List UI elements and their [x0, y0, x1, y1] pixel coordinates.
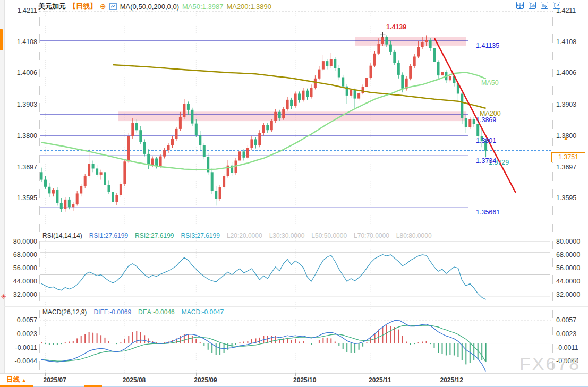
- indicator-settings-icon[interactable]: ☀: [1, 293, 7, 300]
- candle-body: [72, 204, 74, 208]
- candle-body: [167, 145, 170, 150]
- pop-out-icon[interactable]: [553, 2, 560, 9]
- candle-body: [326, 61, 328, 66]
- candle-body: [108, 185, 110, 192]
- supply-zone: [355, 37, 466, 46]
- candle-body: [68, 200, 71, 207]
- candle-body: [250, 139, 253, 148]
- candle-body: [60, 203, 63, 209]
- price-axis-scale-icon[interactable]: [529, 2, 536, 9]
- candle-body: [370, 66, 372, 78]
- rsi-l30-label: L30:30.0000: [269, 232, 305, 239]
- rsi1-value-label: RSI1:27.6199: [89, 232, 128, 239]
- rsi-line: [41, 255, 486, 299]
- chart-header: 美元加元 【日线】 ⊕ MA(0,50,0,200,0,0) MA50:1.39…: [38, 2, 271, 11]
- candle-body: [377, 44, 380, 54]
- candle-body: [425, 40, 428, 42]
- macd-dea-line: [41, 325, 486, 362]
- time-axis-scale-icon[interactable]: [541, 2, 548, 9]
- candle-body: [429, 40, 432, 48]
- ma-settings-label: MA(0,50,0,200,0,0): [120, 3, 179, 11]
- candle-body: [302, 91, 305, 100]
- candle-body: [254, 139, 257, 145]
- candle-body: [92, 164, 95, 168]
- macd-value-label: MACD:-0.0047: [182, 308, 224, 316]
- candle-body: [330, 59, 333, 66]
- candle-body: [112, 192, 114, 202]
- candle-body: [473, 119, 475, 124]
- rsi-l50-label: L50:50.0000: [311, 232, 347, 239]
- candle-body: [437, 62, 440, 75]
- candle-body: [465, 118, 467, 127]
- chart-canvas[interactable]: [0, 0, 588, 387]
- rsi-params-label: RSI(14,14,14): [42, 232, 82, 239]
- candle-body: [203, 145, 206, 157]
- candle-body: [449, 76, 451, 81]
- timeframe-selector[interactable]: 日线 ▲: [0, 374, 33, 386]
- candle-body: [175, 129, 178, 139]
- ma200-line-tag: MA200: [480, 110, 501, 117]
- candle-body: [262, 125, 265, 134]
- candle-body: [219, 187, 221, 199]
- candle-body: [76, 193, 79, 204]
- candle-body: [290, 100, 293, 106]
- chevron-up-icon: ▲: [22, 377, 27, 383]
- candle-body: [56, 190, 58, 203]
- add-indicator-icon[interactable]: ⊕: [100, 3, 106, 10]
- rsi3-value-label: RSI3:27.6199: [181, 232, 220, 239]
- line-price-label: 1.3734: [476, 158, 496, 165]
- candle-body: [143, 142, 146, 154]
- candle-body: [179, 117, 182, 129]
- candle-body: [88, 164, 90, 176]
- candle-body: [413, 57, 416, 66]
- candle-body: [40, 172, 43, 179]
- candle-body: [314, 79, 317, 88]
- candle-body: [294, 94, 297, 106]
- line-price-label: 1.35661: [476, 209, 500, 216]
- period-tag[interactable]: 【日线】: [69, 2, 97, 11]
- candle-body: [342, 78, 344, 87]
- line-price-label: 1.3801: [476, 137, 496, 144]
- scroll-to-latest-arrow[interactable]: ▲: [563, 135, 569, 141]
- macd-params-label: MACD(26,12,9): [42, 308, 87, 316]
- candle-body: [139, 130, 142, 142]
- candle-body: [131, 123, 134, 136]
- candle-body: [195, 124, 198, 135]
- candle-body: [373, 54, 376, 66]
- candle-body: [322, 61, 325, 70]
- ma50-value-label: MA50:1.3987: [182, 3, 223, 11]
- rsi2-value-label: RSI2:27.6199: [135, 232, 174, 239]
- symbol-title: 美元加元: [38, 2, 66, 11]
- chart-window: ☀ 美元加元 【日线】 ⊕ MA(0,50,0,200,0,0) MA50:1.…: [0, 0, 588, 387]
- candle-body: [278, 112, 281, 118]
- ma200-value-label: MA200:1.3890: [226, 3, 271, 11]
- candle-body: [274, 112, 277, 121]
- swing-high-cross-marker: [380, 32, 385, 37]
- candle-body: [393, 52, 396, 63]
- candle-body: [298, 94, 301, 100]
- rsi-l70-label: L70:70.0000: [354, 232, 389, 239]
- current-price-label: 1.3751: [551, 152, 585, 162]
- candle-body: [211, 172, 214, 191]
- swing-high-label: 1.4139: [386, 23, 406, 31]
- candle-body: [238, 151, 241, 160]
- candle-body: [100, 172, 103, 175]
- candle-body: [409, 66, 412, 79]
- candle-body: [365, 78, 368, 87]
- pan-crosshair-icon[interactable]: [516, 2, 524, 9]
- candle-body: [159, 157, 162, 166]
- chart-type-icon[interactable]: [109, 3, 117, 10]
- candle-body: [282, 109, 285, 118]
- line-price-label: 1.3869: [476, 117, 496, 124]
- candle-body: [357, 93, 360, 98]
- candle-body: [80, 186, 82, 194]
- candle-body: [246, 148, 249, 158]
- candle-body: [127, 136, 130, 162]
- rsi-legend: RSI(14,14,14) RSI1:27.6199 RSI2:27.6199 …: [42, 232, 432, 239]
- candle-body: [338, 68, 340, 77]
- macd-legend: MACD(26,12,9) DIFF:-0.0069 DEA:-0.0046 M…: [42, 308, 224, 316]
- candle-body: [191, 110, 193, 124]
- candle-body: [266, 125, 269, 131]
- candle-body: [187, 104, 190, 110]
- candle-body: [334, 59, 336, 68]
